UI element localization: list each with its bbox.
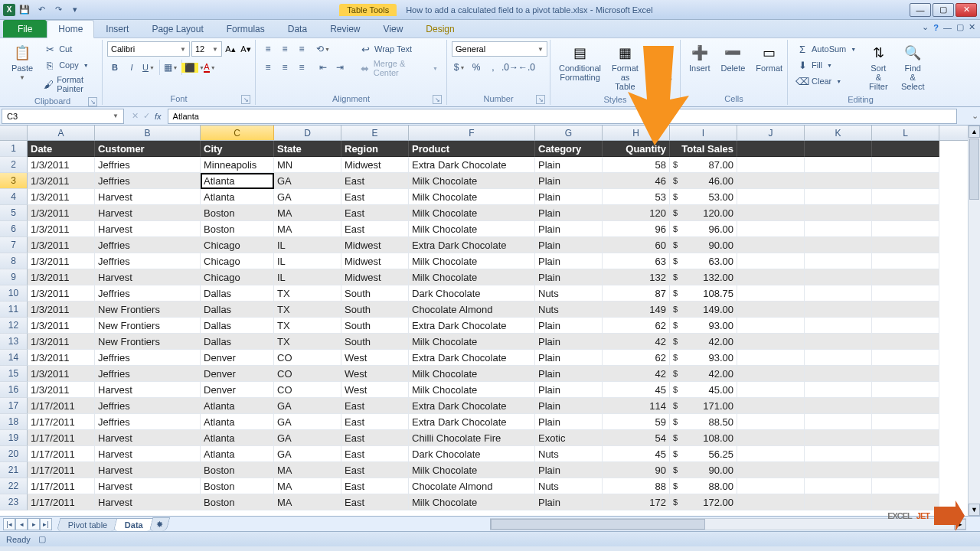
table-cell[interactable]: Dallas <box>201 334 274 350</box>
column-header-E[interactable]: E <box>341 126 409 140</box>
table-cell[interactable]: 1/3/2011 <box>28 334 95 350</box>
row-header[interactable]: 1 <box>0 141 28 157</box>
table-header-cell[interactable] <box>737 141 805 157</box>
wrap-text-button[interactable]: ↩Wrap Text <box>355 41 442 57</box>
table-cell[interactable] <box>737 302 805 318</box>
table-cell[interactable]: 1/3/2011 <box>28 366 95 382</box>
cell-styles-button[interactable]: ▥Cell Styles <box>645 41 676 84</box>
table-cell[interactable]: 1/3/2011 <box>28 285 95 302</box>
name-box[interactable]: C3▼ <box>2 109 124 124</box>
table-cell[interactable]: Jeffries <box>95 398 201 414</box>
table-cell[interactable]: MA <box>274 221 341 237</box>
table-header-cell[interactable]: Product <box>409 141 535 157</box>
table-cell[interactable]: 172 <box>603 494 670 510</box>
table-cell[interactable] <box>872 318 939 334</box>
table-cell[interactable]: Dark Chocolate <box>409 285 535 302</box>
row-header[interactable]: 21 <box>0 462 28 478</box>
table-cell[interactable]: 1/3/2011 <box>28 205 95 221</box>
table-cell[interactable]: East <box>341 398 409 414</box>
table-cell[interactable] <box>805 237 872 253</box>
table-cell[interactable]: East <box>341 189 409 205</box>
maximize-button[interactable]: ▢ <box>933 3 954 17</box>
table-cell[interactable]: Plain <box>535 382 603 398</box>
row-header[interactable]: 4 <box>0 189 28 205</box>
table-cell[interactable]: 1/17/2011 <box>28 494 95 510</box>
table-cell[interactable]: $90.00 <box>670 237 737 253</box>
table-cell[interactable]: $88.00 <box>670 478 737 494</box>
table-cell[interactable] <box>737 269 805 285</box>
table-cell[interactable] <box>872 446 939 462</box>
row-header[interactable]: 16 <box>0 382 28 398</box>
table-cell[interactable]: Nuts <box>535 302 603 318</box>
table-cell[interactable]: Midwest <box>341 237 409 253</box>
table-cell[interactable]: East <box>341 478 409 494</box>
table-cell[interactable]: 87 <box>603 285 670 302</box>
sheet-tab-pivot-table[interactable]: Pivot table <box>57 518 119 531</box>
table-cell[interactable]: Milk Chocolate <box>409 205 535 221</box>
table-cell[interactable]: Harvest <box>95 189 201 205</box>
align-right-button[interactable]: ≡ <box>294 60 309 75</box>
table-cell[interactable]: East <box>341 414 409 430</box>
table-cell[interactable]: GA <box>274 430 341 446</box>
row-header[interactable]: 15 <box>0 366 28 382</box>
table-cell[interactable] <box>872 382 939 398</box>
table-cell[interactable]: $42.00 <box>670 366 737 382</box>
scroll-down-icon[interactable]: ▼ <box>969 504 980 516</box>
table-cell[interactable]: CO <box>274 366 341 382</box>
qat-customize-icon[interactable]: ▾ <box>67 2 83 18</box>
table-cell[interactable] <box>872 430 939 446</box>
borders-button[interactable]: ▦▼ <box>163 60 178 75</box>
cancel-formula-icon[interactable]: ✕ <box>132 111 139 121</box>
table-cell[interactable]: Extra Dark Chocolate <box>409 398 535 414</box>
table-cell[interactable]: Jeffries <box>95 157 201 173</box>
copy-button[interactable]: ⎘Copy▼ <box>40 57 97 73</box>
table-cell[interactable]: Chocolate Almond <box>409 302 535 318</box>
fx-icon[interactable]: fx <box>155 112 162 121</box>
table-cell[interactable] <box>805 414 872 430</box>
first-sheet-button[interactable]: |◂ <box>3 518 15 530</box>
table-cell[interactable]: West <box>341 382 409 398</box>
scroll-up-icon[interactable]: ▲ <box>969 126 980 138</box>
macro-record-icon[interactable]: ▢ <box>38 534 46 544</box>
table-cell[interactable] <box>737 478 805 494</box>
table-cell[interactable]: 60 <box>603 237 670 253</box>
table-cell[interactable]: 46 <box>603 173 670 189</box>
table-cell[interactable] <box>872 366 939 382</box>
table-cell[interactable]: Harvest <box>95 205 201 221</box>
table-cell[interactable]: 62 <box>603 350 670 366</box>
column-header-J[interactable]: J <box>737 126 805 140</box>
table-cell[interactable]: East <box>341 205 409 221</box>
table-cell[interactable]: 1/3/2011 <box>28 221 95 237</box>
table-cell[interactable]: 1/3/2011 <box>28 189 95 205</box>
table-cell[interactable]: Minneapolis <box>201 157 274 173</box>
table-cell[interactable] <box>872 285 939 302</box>
table-cell[interactable]: Jeffries <box>95 285 201 302</box>
autosum-button[interactable]: ΣAutoSum▼ <box>792 41 860 57</box>
table-cell[interactable] <box>805 269 872 285</box>
table-cell[interactable]: Jeffries <box>95 237 201 253</box>
table-cell[interactable]: Chilli Chocolate Fire <box>409 430 535 446</box>
table-cell[interactable]: New Frontiers <box>95 302 201 318</box>
increase-decimal-button[interactable]: .0→ <box>502 60 518 75</box>
table-cell[interactable]: Extra Dark Chocolate <box>409 318 535 334</box>
table-header-cell[interactable] <box>805 141 872 157</box>
table-cell[interactable]: South <box>341 285 409 302</box>
row-header[interactable]: 7 <box>0 237 28 253</box>
table-cell[interactable] <box>805 462 872 478</box>
format-painter-button[interactable]: 🖌Format Painter <box>40 73 97 95</box>
table-cell[interactable]: Dallas <box>201 318 274 334</box>
table-cell[interactable]: 1/17/2011 <box>28 446 95 462</box>
table-cell[interactable]: South <box>341 334 409 350</box>
table-cell[interactable]: $56.25 <box>670 446 737 462</box>
row-header[interactable]: 2 <box>0 157 28 173</box>
percent-format-button[interactable]: % <box>469 60 484 75</box>
table-cell[interactable]: Dallas <box>201 285 274 302</box>
ribbon-tab-design[interactable]: Design <box>414 20 466 37</box>
table-cell[interactable]: MN <box>274 157 341 173</box>
table-cell[interactable]: $171.00 <box>670 398 737 414</box>
table-header-cell[interactable]: Quantity <box>603 141 670 157</box>
table-cell[interactable] <box>737 221 805 237</box>
row-header[interactable]: 5 <box>0 205 28 221</box>
table-cell[interactable]: MA <box>274 462 341 478</box>
formula-bar[interactable]: Atlanta <box>168 109 957 124</box>
